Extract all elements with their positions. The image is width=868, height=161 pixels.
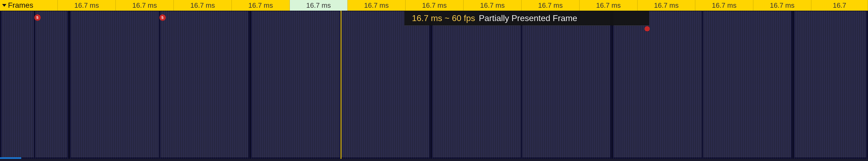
- frames-track-label[interactable]: Frames: [0, 0, 53, 11]
- frames-track-title: Frames: [8, 1, 33, 9]
- frame-cells-container: 16.7 ms16.7 ms16.7 ms16.7 ms16.7 ms16.7 …: [0, 0, 868, 11]
- frame-cell[interactable]: 16.7 ms: [290, 0, 347, 11]
- frame-cell[interactable]: 16.7 ms: [580, 0, 638, 11]
- thumb-content: [793, 11, 868, 159]
- frame-cell[interactable]: 16.7 ms: [232, 0, 290, 11]
- rendered-text-column: 5: [160, 12, 249, 158]
- frame-cell[interactable]: 16.7 ms: [753, 0, 811, 11]
- frame-duration-label: 16.7: [833, 1, 846, 9]
- frame-duration-label: 16.7 ms: [306, 1, 331, 9]
- frame-cell[interactable]: 16.7 ms: [695, 0, 753, 11]
- filmstrip-thumb[interactable]: [793, 11, 868, 159]
- frame-tooltip: 16.7 ms ~ 60 fps Partially Presented Fra…: [404, 11, 649, 26]
- frame-duration-label: 16.7 ms: [364, 1, 389, 9]
- frame-duration-label: 16.7 ms: [422, 1, 447, 9]
- frame-cell[interactable]: 16.7 ms: [116, 0, 174, 11]
- frame-cell[interactable]: 16.7 ms: [347, 0, 406, 11]
- error-badge-icon: 5: [34, 15, 41, 21]
- frame-cell[interactable]: 16.7: [811, 0, 868, 11]
- frame-duration-label: 16.7 ms: [480, 1, 505, 9]
- playhead-marker[interactable]: [341, 11, 341, 159]
- rendered-text-column: [614, 12, 702, 158]
- thumb-content: [250, 11, 431, 159]
- frame-duration-label: 16.7 ms: [596, 1, 621, 9]
- tooltip-status-text: Partially Presented Frame: [479, 13, 577, 23]
- frame-cell[interactable]: 16.7 ms: [406, 0, 464, 11]
- filmstrip-thumb[interactable]: [250, 11, 431, 159]
- rendered-text-column: [703, 12, 792, 158]
- filmstrip-thumb[interactable]: 5: [0, 11, 69, 159]
- rendered-text-column: [252, 12, 340, 158]
- thumb-content: [612, 11, 793, 159]
- thumb-content: 5: [0, 11, 69, 159]
- loading-progress-bar: [0, 157, 21, 159]
- filmstrip-thumb[interactable]: [612, 11, 793, 159]
- frame-cell[interactable]: 16.7 ms: [58, 0, 116, 11]
- frame-duration-label: 16.7 ms: [248, 1, 273, 9]
- frame-duration-label: 16.7 ms: [190, 1, 215, 9]
- tooltip-fps-text: 16.7 ms ~ 60 fps: [412, 13, 475, 23]
- filmstrip-thumb[interactable]: [431, 11, 612, 159]
- thumb-content: [431, 11, 612, 159]
- frame-cell[interactable]: 16.7 ms: [174, 0, 232, 11]
- warning-dot-icon: [645, 26, 650, 31]
- frame-cell[interactable]: 16.7 ms: [464, 0, 522, 11]
- frame-duration-label: 16.7 ms: [538, 1, 563, 9]
- filmstrip[interactable]: 55: [0, 11, 868, 159]
- rendered-text-column: [341, 12, 430, 158]
- collapse-triangle-icon[interactable]: [2, 4, 6, 7]
- rendered-text-column: [71, 12, 159, 158]
- frame-duration-label: 16.7 ms: [74, 1, 99, 9]
- frame-cell[interactable]: 16.7 ms: [522, 0, 580, 11]
- frame-duration-label: 16.7 ms: [712, 1, 737, 9]
- rendered-text-column: [522, 12, 611, 158]
- error-badge-icon: 5: [159, 15, 166, 21]
- thumb-content: 5: [69, 11, 250, 159]
- rendered-text-column: [433, 12, 521, 158]
- frame-duration-label: 16.7 ms: [654, 1, 679, 9]
- rendered-text-column: [2, 12, 34, 158]
- filmstrip-thumb[interactable]: 5: [69, 11, 250, 159]
- rendered-text-column: [795, 12, 866, 158]
- frame-cell[interactable]: 16.7 ms: [638, 0, 695, 11]
- frame-duration-label: 16.7 ms: [770, 1, 795, 9]
- rendered-text-column: 5: [35, 12, 68, 158]
- frames-track-header[interactable]: Frames 16.7 ms16.7 ms16.7 ms16.7 ms16.7 …: [0, 0, 868, 11]
- frame-duration-label: 16.7 ms: [132, 1, 157, 9]
